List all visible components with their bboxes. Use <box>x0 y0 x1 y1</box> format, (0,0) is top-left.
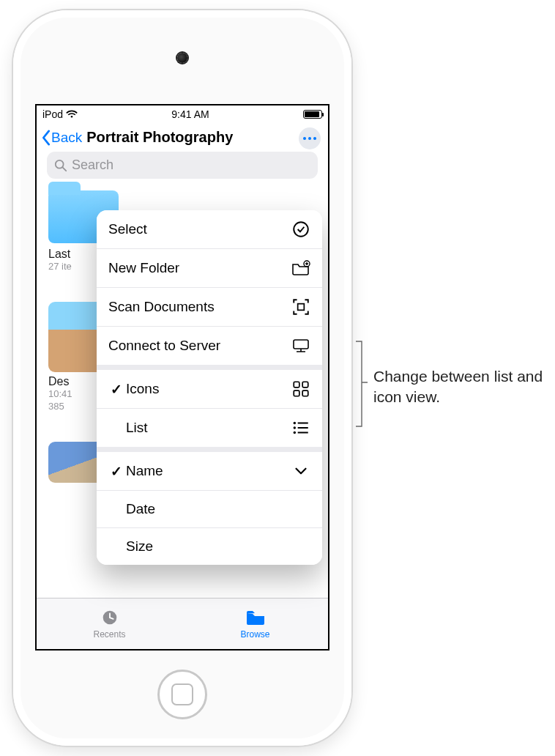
menu-label: Icons <box>126 381 159 397</box>
menu-label: Scan Documents <box>108 299 215 315</box>
menu-item-scan[interactable]: Scan Documents <box>97 288 322 327</box>
search-input[interactable]: Search <box>47 152 318 179</box>
chevron-left-icon <box>41 130 51 146</box>
svg-point-0 <box>71 116 73 118</box>
menu-label: Name <box>126 463 163 479</box>
svg-point-19 <box>294 431 296 434</box>
menu-group-actions: Select New Folder Scan Doc <box>97 210 322 365</box>
svg-point-3 <box>294 222 308 237</box>
screen: iPod 9:41 AM Back <box>35 104 329 651</box>
search-placeholder: Search <box>72 158 113 173</box>
chevron-down-icon <box>291 462 310 480</box>
svg-point-17 <box>294 426 296 429</box>
svg-point-15 <box>294 422 296 424</box>
menu-label: Select <box>108 221 147 237</box>
svg-rect-13 <box>294 390 299 396</box>
checkmark-icon: ✓ <box>108 381 124 398</box>
clock-icon <box>99 608 121 627</box>
menu-label: List <box>126 420 148 436</box>
svg-point-1 <box>56 160 64 168</box>
svg-line-2 <box>63 167 67 171</box>
checkmark-icon: ✓ <box>108 463 124 480</box>
server-icon <box>291 337 310 355</box>
list-icon <box>291 419 310 437</box>
wifi-icon <box>66 110 78 119</box>
select-circle-icon <box>291 220 310 238</box>
menu-group-view: ✓ Icons List <box>97 370 322 447</box>
menu-item-icons-view[interactable]: ✓ Icons <box>97 370 322 409</box>
new-folder-icon <box>291 259 310 277</box>
tab-label: Recents <box>93 629 125 640</box>
menu-item-sort-name[interactable]: ✓ Name <box>97 452 322 491</box>
tab-bar: Recents Browse <box>37 598 328 649</box>
menu-label: Size <box>126 538 153 555</box>
menu-item-select[interactable]: Select <box>97 210 322 249</box>
grid-icon <box>291 380 310 398</box>
menu-group-sort: ✓ Name Date <box>97 452 322 565</box>
menu-item-connect-server[interactable]: Connect to Server <box>97 327 322 365</box>
actions-popover: Select New Folder Scan Doc <box>97 210 322 565</box>
svg-rect-8 <box>294 340 308 349</box>
svg-rect-14 <box>302 390 308 396</box>
back-button[interactable]: Back <box>41 130 82 146</box>
carrier-label: iPod <box>42 108 63 120</box>
svg-rect-12 <box>302 382 308 388</box>
menu-item-sort-size[interactable]: Size <box>97 528 322 565</box>
status-bar: iPod 9:41 AM <box>37 105 328 123</box>
menu-item-list-view[interactable]: List <box>97 409 322 447</box>
tab-browse[interactable]: Browse <box>182 598 328 649</box>
tab-label: Browse <box>240 629 269 640</box>
callout-text: Change between list and icon view. <box>373 366 543 408</box>
front-camera <box>177 53 187 63</box>
home-button[interactable] <box>157 670 207 719</box>
nav-bar: Back Portrait Photography <box>37 123 328 150</box>
ellipsis-icon <box>303 137 316 140</box>
clock-label: 9:41 AM <box>171 108 209 120</box>
menu-label: Connect to Server <box>108 338 220 354</box>
more-button[interactable] <box>299 127 321 149</box>
device-frame: iPod 9:41 AM Back <box>13 10 351 746</box>
page-title: Portrait Photography <box>86 129 233 146</box>
callout-bracket <box>354 340 369 428</box>
back-label: Back <box>51 130 82 146</box>
scan-icon <box>291 298 310 316</box>
menu-label: Date <box>126 501 155 517</box>
svg-rect-7 <box>298 304 305 311</box>
battery-icon <box>303 110 322 119</box>
svg-rect-11 <box>294 382 299 388</box>
folder-icon <box>245 608 267 627</box>
tab-recents[interactable]: Recents <box>37 598 182 649</box>
menu-item-sort-date[interactable]: Date <box>97 491 322 528</box>
menu-item-new-folder[interactable]: New Folder <box>97 249 322 288</box>
menu-label: New Folder <box>108 260 179 276</box>
search-icon <box>54 159 67 172</box>
